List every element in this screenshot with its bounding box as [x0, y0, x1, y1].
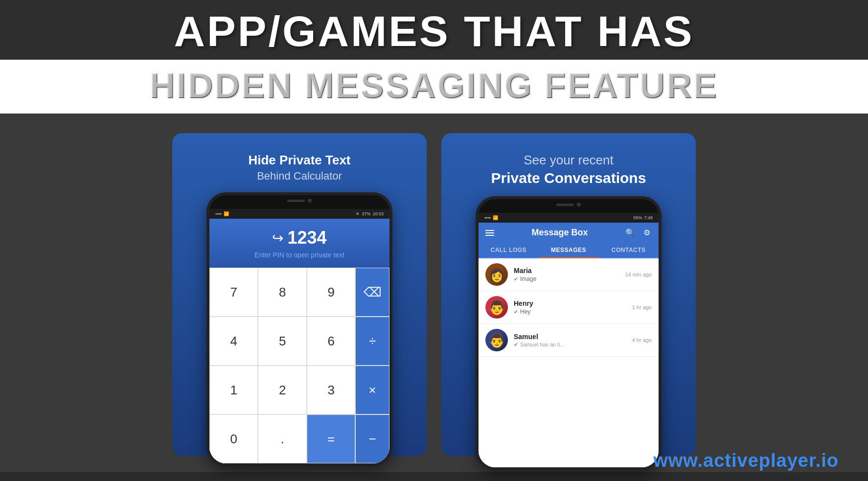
msg-preview-samuel: ✔ Samuel has an li... — [514, 342, 626, 348]
msg-wifi-icon: 📶 — [493, 215, 498, 220]
calc-screen: ↪ 1234 Enter PIN to open private text 7 … — [209, 219, 389, 463]
left-label-bold: Hide Private Text — [248, 153, 350, 168]
msg-text-maria: Image — [520, 275, 536, 282]
msg-topbar: Message Box 🔍 ⚙ — [479, 223, 659, 243]
calc-keypad: 7 8 9 ⌫ 4 5 6 ÷ 1 2 3 × 0 . = − — [209, 268, 389, 463]
calc-pin-number: 1234 — [287, 228, 326, 248]
msg-preview-henry: ✔ Hey — [514, 308, 626, 315]
tab-call-logs[interactable]: CALL LOGS — [479, 243, 539, 257]
msg-name-henry: Henry — [514, 299, 626, 307]
key-1[interactable]: 1 — [209, 366, 258, 414]
notch-speaker — [287, 200, 305, 202]
msg-text-henry: Hey — [520, 308, 530, 315]
right-label-top: See your recent — [491, 153, 646, 168]
watermark: www.activeplayer.io — [653, 450, 839, 471]
subtitle-text: HIDDEN MESSAGING FEATURE — [10, 66, 858, 106]
msg-status-left: ▪▪▪▪ 📶 — [484, 215, 498, 220]
msg-screen: Message Box 🔍 ⚙ CALL LOGS MESSAGES CONTA… — [479, 223, 659, 467]
content-area: Hide Private Text Behind Calculator ▪▪▪▪… — [0, 114, 868, 472]
key-equals[interactable]: = — [307, 414, 355, 463]
msg-text-samuel: Samuel has an li... — [520, 342, 565, 347]
msg-name-samuel: Samuel — [514, 333, 626, 341]
key-minus[interactable]: − — [355, 414, 389, 463]
key-dot[interactable]: . — [258, 414, 306, 463]
key-5[interactable]: 5 — [258, 317, 306, 366]
hamburger-line-3 — [485, 235, 494, 236]
msg-preview-maria: ✔ Image — [514, 275, 619, 282]
msg-status-bar: ▪▪▪▪ 📶 55% 7:48 — [479, 213, 659, 223]
right-panel: See your recent Private Conversations ▪▪… — [441, 133, 696, 456]
msg-notch-dot — [577, 203, 581, 206]
avatar-henry: 👨 — [485, 296, 508, 319]
status-right: ✳ 37% 10:53 — [356, 211, 384, 216]
left-panel-label: Hide Private Text Behind Calculator — [248, 153, 350, 183]
msg-time-samuel: 4 hr ago — [632, 337, 652, 343]
msg-item-maria[interactable]: 👩 Maria ✔ Image 14 min ago — [479, 258, 659, 291]
check-icon-samuel: ✔ — [514, 342, 518, 348]
msg-info-maria: Maria ✔ Image — [514, 267, 619, 282]
msg-status-right: 55% 7:48 — [633, 215, 653, 220]
left-panel: Hide Private Text Behind Calculator ▪▪▪▪… — [172, 133, 427, 456]
key-0[interactable]: 0 — [209, 414, 258, 463]
wifi-icon: 📶 — [224, 211, 229, 216]
avatar-maria: 👩 — [485, 263, 508, 286]
msg-info-samuel: Samuel ✔ Samuel has an li... — [514, 333, 626, 348]
key-4[interactable]: 4 — [209, 317, 258, 366]
hamburger-line-1 — [485, 230, 494, 231]
avatar-samuel: 👨 — [485, 329, 508, 351]
calc-display: ↪ 1234 Enter PIN to open private text — [209, 219, 389, 268]
right-label-bold: Private Conversations — [491, 170, 646, 186]
msg-list: 👩 Maria ✔ Image 14 min ago — [479, 258, 659, 467]
topbar-icons: 🔍 ⚙ — [625, 228, 652, 238]
key-9[interactable]: 9 — [307, 268, 355, 317]
avatar-henry-emoji: 👨 — [488, 299, 505, 316]
key-multiply[interactable]: × — [355, 366, 389, 414]
msg-time-maria: 14 min ago — [625, 272, 652, 277]
msg-network-indicator: ▪▪▪▪ — [484, 215, 491, 220]
battery-text: 37% — [362, 211, 370, 216]
msg-notch-center — [547, 199, 591, 210]
key-6[interactable]: 6 — [307, 317, 355, 366]
main-title: APP/GAMES THAT HAS — [10, 9, 858, 54]
msg-notch-speaker — [556, 204, 574, 206]
network-indicator: ▪▪▪▪ — [215, 211, 222, 216]
key-7[interactable]: 7 — [209, 268, 258, 317]
key-divide[interactable]: ÷ — [355, 317, 389, 366]
msg-name-maria: Maria — [514, 267, 619, 275]
calc-status-bar: ▪▪▪▪ 📶 ✳ 37% 10:53 — [209, 209, 389, 219]
msg-info-henry: Henry ✔ Hey — [514, 299, 626, 315]
key-3[interactable]: 3 — [307, 366, 355, 414]
status-left: ▪▪▪▪ 📶 — [215, 211, 229, 216]
search-icon[interactable]: 🔍 — [625, 228, 635, 238]
msg-phone-notch-bar — [479, 199, 659, 213]
hamburger-line-2 — [485, 232, 494, 233]
settings-icon[interactable]: ⚙ — [642, 228, 652, 238]
left-label-sub: Behind Calculator — [248, 170, 350, 183]
right-panel-label: See your recent Private Conversations — [491, 153, 646, 186]
calc-hint: Enter PIN to open private text — [254, 251, 344, 259]
calc-pin-row: ↪ 1234 — [272, 228, 326, 248]
bluetooth-icon: ✳ — [356, 211, 360, 216]
calc-arrow-icon: ↪ — [272, 230, 283, 246]
check-icon-maria: ✔ — [514, 276, 518, 282]
key-backspace[interactable]: ⌫ — [355, 268, 389, 317]
subtitle-section: HIDDEN MESSAGING FEATURE — [0, 60, 868, 114]
app-title: Message Box — [531, 228, 588, 238]
key-8[interactable]: 8 — [258, 268, 306, 317]
phone-notch-bar — [209, 195, 389, 209]
msg-item-samuel[interactable]: 👨 Samuel ✔ Samuel has an li... 4 hr ago — [479, 324, 659, 357]
check-icon-henry: ✔ — [514, 309, 518, 315]
msg-item-henry[interactable]: 👨 Henry ✔ Hey 1 hr ago — [479, 291, 659, 324]
tab-contacts[interactable]: CONTACTS — [598, 243, 659, 257]
key-2[interactable]: 2 — [258, 366, 306, 414]
header-section: APP/GAMES THAT HAS — [0, 0, 868, 60]
msg-time-henry: 1 hr ago — [632, 304, 652, 310]
notch-dot — [308, 199, 312, 203]
notch-center — [277, 195, 321, 206]
calculator-phone: ▪▪▪▪ 📶 ✳ 37% 10:53 ↪ 1234 Enter PIN t — [206, 192, 392, 466]
msg-time-text: 7:48 — [644, 215, 653, 220]
tab-messages[interactable]: MESSAGES — [539, 243, 599, 258]
hamburger-menu[interactable] — [485, 230, 494, 236]
msg-tabs: CALL LOGS MESSAGES CONTACTS — [479, 243, 659, 258]
msg-battery-text: 55% — [633, 215, 642, 220]
